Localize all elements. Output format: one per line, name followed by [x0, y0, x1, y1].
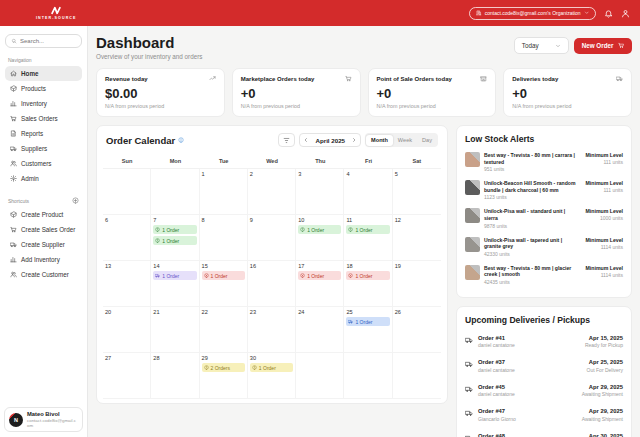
shortcut-item-add-inventory[interactable]: Add Inventory	[5, 252, 82, 267]
calendar-grid: 12345671 Order1 Order89101 Order111 Orde…	[103, 168, 441, 399]
calendar-event-chip[interactable]: 2 Orders	[202, 363, 245, 372]
user-card[interactable]: N Mateo Bivol contact.code8ix@gmail.com	[4, 407, 83, 432]
low-stock-item[interactable]: Unilock-Beacon Hill Smooth - random bund…	[465, 176, 623, 204]
stock-item-units: 951 units	[484, 166, 578, 172]
low-stock-item[interactable]: Best way - Trevista - 80 mm | carrara | …	[465, 148, 623, 176]
calendar-day-cell[interactable]: 8	[200, 215, 248, 261]
clock-icon	[300, 227, 305, 232]
day-number: 29	[202, 355, 245, 361]
calendar-day-cell[interactable]: 27	[103, 353, 151, 399]
calendar-day-cell[interactable]: 23	[248, 307, 296, 353]
calendar-day-cell[interactable]	[393, 353, 441, 399]
calendar-day-cell[interactable]: 141 Order	[151, 261, 199, 307]
next-month-button[interactable]	[348, 134, 360, 146]
calendar-day-cell[interactable]: 6	[103, 215, 151, 261]
calendar-view-month[interactable]: Month	[366, 135, 393, 146]
shortcut-item-label: Create Customer	[21, 271, 69, 278]
calendar-day-cell[interactable]	[296, 353, 344, 399]
calendar-day-cell[interactable]: 71 Order1 Order	[151, 215, 199, 261]
calendar-event-chip[interactable]: 1 Order	[153, 236, 196, 245]
calendar-day-cell[interactable]: 2	[248, 169, 296, 215]
sidebar-item-inventory[interactable]: Inventory	[5, 96, 82, 111]
search-box[interactable]	[5, 34, 82, 48]
calendar-day-cell[interactable]: 21	[151, 307, 199, 353]
calendar-event-chip[interactable]: 1 Order	[250, 363, 293, 372]
add-shortcut-button[interactable]	[72, 197, 79, 204]
calendar-view-day[interactable]: Day	[417, 135, 437, 146]
calendar-event-chip[interactable]: 1 Order	[346, 225, 389, 234]
low-stock-item[interactable]: Best way - Trevista - 80 mm | glacier cr…	[465, 261, 623, 289]
sidebar-item-reports[interactable]: Reports	[5, 126, 82, 141]
calendar-day-cell[interactable]: 9	[248, 215, 296, 261]
calendar-event-chip[interactable]: 1 Order	[153, 225, 196, 234]
stat-card[interactable]: Revenue today$0.00N/A from previous peri…	[96, 68, 225, 117]
calendar-view-week[interactable]: Week	[393, 135, 417, 146]
calendar-day-cell[interactable]: 301 Order	[248, 353, 296, 399]
dashboard-columns: Order Calendar April 2025	[96, 125, 632, 437]
sidebar-item-suppliers[interactable]: Suppliers	[5, 141, 82, 156]
low-stock-item[interactable]: Unilock-Pisa wall - standard unit | sier…	[465, 204, 623, 232]
delivery-item[interactable]: Order #47Giancarlo GiornoApr 29, 2025Awa…	[465, 403, 623, 428]
calendar-day-cell[interactable]: 26	[393, 307, 441, 353]
calendar-day-cell[interactable]: 13	[103, 261, 151, 307]
calendar-day-cell[interactable]: 3	[296, 169, 344, 215]
right-column: Low Stock Alerts Best way - Trevista - 8…	[456, 125, 632, 437]
calendar-event-chip[interactable]: 1 Order	[298, 271, 341, 280]
calendar-day-cell[interactable]: 171 Order	[296, 261, 344, 307]
brand-logo[interactable]: INTER-SOURCE	[36, 6, 77, 20]
calendar-day-cell[interactable]: 19	[393, 261, 441, 307]
account-button[interactable]	[621, 9, 630, 18]
shortcut-item-create-supplier[interactable]: Create Supplier	[5, 237, 82, 252]
low-stock-item[interactable]: Unilock-Pisa wall - tapered unit | grani…	[465, 233, 623, 261]
sidebar-item-home[interactable]: Home	[5, 66, 82, 81]
calendar-event-chip[interactable]: 1 Order	[346, 271, 389, 280]
info-icon[interactable]	[178, 137, 184, 143]
delivery-item[interactable]: Order #41daniel cantatoneApr 15, 2025Rea…	[465, 329, 623, 354]
calendar-day-cell[interactable]: 251 Order	[344, 307, 392, 353]
delivery-item[interactable]: Order #37daniel cantatoneApr 25, 2025Out…	[465, 354, 623, 379]
calendar-event-chip[interactable]: 1 Order	[202, 271, 245, 280]
delivery-item[interactable]: Order #45daniel cantatoneApr 29, 2025Awa…	[465, 378, 623, 403]
previous-month-button[interactable]	[300, 134, 312, 146]
shortcut-item-create-customer[interactable]: Create Customer	[5, 267, 82, 282]
calendar-day-cell[interactable]: 111 Order	[344, 215, 392, 261]
calendar-day-cell[interactable]: 292 Orders	[200, 353, 248, 399]
organization-selector[interactable]: contact.code8ix@gmail.com's Organization	[469, 7, 596, 20]
sidebar-item-sales-orders[interactable]: Sales Orders	[5, 111, 82, 126]
calendar-filter-button[interactable]	[278, 133, 295, 147]
stat-card[interactable]: Marketplace Orders today+0N/A from previ…	[232, 68, 361, 117]
calendar-day-cell[interactable]	[103, 169, 151, 215]
search-input[interactable]	[20, 38, 76, 44]
stat-card[interactable]: Point of Sale Orders today+0N/A from pre…	[368, 68, 497, 117]
day-number: 26	[395, 309, 439, 315]
sidebar-item-admin[interactable]: Admin	[5, 171, 82, 186]
calendar-day-cell[interactable]: 4	[344, 169, 392, 215]
stat-card[interactable]: Deliveries today+0N/A from previous peri…	[503, 68, 632, 117]
calendar-day-cell[interactable]	[344, 353, 392, 399]
notifications-button[interactable]	[604, 9, 613, 18]
sidebar-item-customers[interactable]: Customers	[5, 156, 82, 171]
day-number: 23	[250, 309, 293, 315]
period-selector[interactable]: Today	[514, 37, 569, 54]
calendar-event-chip[interactable]: 1 Order	[346, 317, 389, 326]
calendar-day-cell[interactable]: 5	[393, 169, 441, 215]
shortcut-item-create-sales-order[interactable]: Create Sales Order	[5, 222, 82, 237]
sidebar-item-products[interactable]: Products	[5, 81, 82, 96]
calendar-day-cell[interactable]	[151, 169, 199, 215]
calendar-day-cell[interactable]: 101 Order	[296, 215, 344, 261]
calendar-day-cell[interactable]: 16	[248, 261, 296, 307]
calendar-day-cell[interactable]: 1	[200, 169, 248, 215]
calendar-day-cell[interactable]: 12	[393, 215, 441, 261]
new-order-button[interactable]: New Order	[574, 38, 632, 54]
calendar-day-cell[interactable]: 24	[296, 307, 344, 353]
user-icon	[621, 9, 630, 18]
calendar-day-cell[interactable]: 151 Order	[200, 261, 248, 307]
calendar-day-cell[interactable]: 28	[151, 353, 199, 399]
calendar-event-chip[interactable]: 1 Order	[153, 271, 196, 280]
shortcut-item-create-product[interactable]: Create Product	[5, 207, 82, 222]
calendar-day-cell[interactable]: 22	[200, 307, 248, 353]
calendar-day-cell[interactable]: 20	[103, 307, 151, 353]
calendar-day-cell[interactable]: 181 Order	[344, 261, 392, 307]
delivery-item[interactable]: Order #48daniel cantatoneApr 30, 2025Awa…	[465, 427, 623, 437]
calendar-event-chip[interactable]: 1 Order	[298, 225, 341, 234]
